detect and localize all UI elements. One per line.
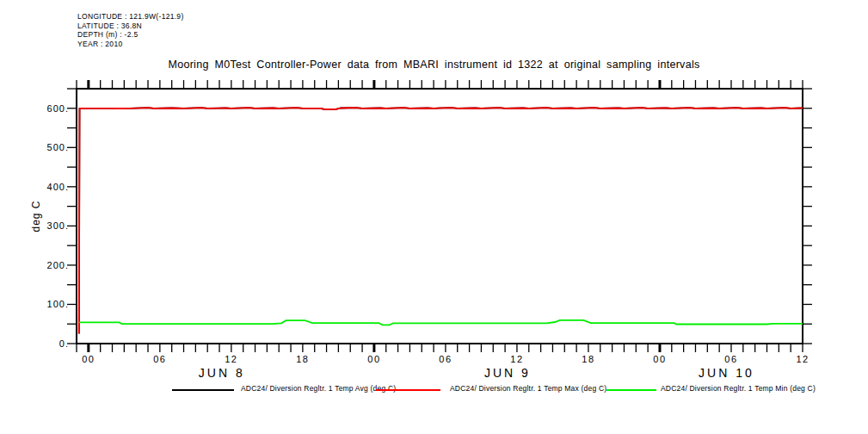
y-tick-label: 300. bbox=[47, 220, 69, 231]
x-tick-label: 18 bbox=[582, 354, 594, 364]
x-tick-label: 12 bbox=[225, 354, 237, 364]
y-tick-label: 100. bbox=[47, 299, 69, 309]
plot-frame bbox=[77, 89, 803, 344]
y-axis-label: deg C bbox=[30, 200, 42, 232]
series-line-temp-min bbox=[79, 320, 803, 326]
plot-svg: 0006121800061218000612JUN 8JUN 9JUN 100.… bbox=[0, 0, 868, 434]
legend-label-temp-min: ADC24/ Diversion Regltr. 1 Temp Min (deg… bbox=[661, 384, 816, 393]
x-day-label: JUN 8 bbox=[199, 366, 245, 380]
x-day-label: JUN 9 bbox=[484, 366, 531, 380]
series-line-temp-max bbox=[79, 108, 803, 334]
legend-label-temp-max: ADC24/ Diversion Regltr. 1 Temp Max (deg… bbox=[450, 384, 606, 393]
legend-swatch-temp-avg bbox=[172, 389, 234, 391]
y-tick-label: 400. bbox=[47, 182, 69, 192]
plot-page: LONGITUDE : 121.9W(-121.9) LATITUDE : 36… bbox=[0, 0, 868, 434]
x-tick-label: 06 bbox=[153, 354, 166, 364]
y-tick-label: 200. bbox=[47, 260, 69, 270]
legend-swatch-temp-min bbox=[606, 389, 656, 391]
legend-label-temp-avg: ADC24/ Diversion Regltr. 1 Temp Avg (deg… bbox=[241, 384, 396, 393]
x-tick-label: 06 bbox=[724, 354, 737, 364]
y-tick-label: 0. bbox=[59, 338, 69, 349]
x-tick-label: 00 bbox=[367, 354, 380, 364]
x-tick-label: 00 bbox=[653, 354, 666, 364]
series-line-temp-avg bbox=[79, 108, 803, 334]
x-tick-label: 06 bbox=[439, 354, 452, 364]
x-tick-label: 12 bbox=[796, 354, 809, 364]
x-tick-label: 12 bbox=[510, 354, 523, 364]
y-tick-label: 500. bbox=[47, 142, 69, 152]
legend-swatch-temp-max bbox=[376, 389, 440, 391]
x-day-label: JUN 10 bbox=[699, 366, 754, 380]
x-tick-label: 18 bbox=[296, 354, 309, 364]
y-tick-label: 600. bbox=[47, 103, 69, 114]
x-tick-label: 00 bbox=[82, 354, 95, 364]
